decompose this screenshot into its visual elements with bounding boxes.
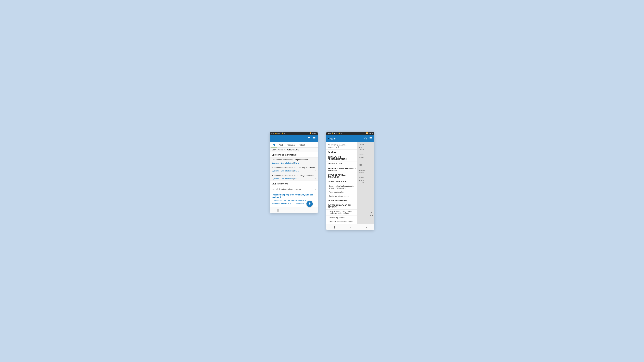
outline-heading: Outline [326, 150, 357, 155]
phone-topic: 4:47 🔒 ⊕ ≡ ↑ 🔒 ⊛ 📶 100% ‹ Topic [326, 132, 374, 230]
drug-entry-1-routes: Systemic | Oral Inhalation | Nasal › [270, 161, 318, 165]
drug-entry-2: Epinephrine (adrenaline): Pediatric drug… [270, 165, 318, 173]
prescribing-title[interactable]: Prescribing epinephrine for anaphylaxis … [272, 194, 316, 198]
section-goals[interactable]: GOALS OF ASTHMA TREATMENT [326, 173, 357, 179]
nav-back-icon-2[interactable]: ‹ [366, 226, 367, 229]
nav-menu-icon-2[interactable]: ||| [334, 226, 336, 229]
subsection-rationale[interactable]: Rationale for intermittent versus [326, 220, 357, 224]
more-button-area[interactable]: More [370, 212, 373, 216]
content-line7: edication [358, 177, 364, 179]
subsection-determining[interactable]: Determining severity [326, 216, 357, 220]
route-oral-1[interactable]: Oral Inhalation [281, 162, 293, 164]
route-oral-2[interactable]: Oral Inhalation [281, 170, 293, 172]
drug-entry-3: Epinephrine (adrenaline): Patient drug i… [270, 173, 318, 181]
signal-1: 📶 [310, 132, 312, 134]
section-categories[interactable]: CATEGORIES OF ASTHMA SEVERITY [326, 203, 357, 210]
chevron-3: › [315, 177, 316, 180]
subsection-components[interactable]: Components of asthma education and self-… [326, 184, 357, 190]
menu-icon-1[interactable] [313, 137, 316, 141]
content-line6: mptoms [358, 172, 364, 173]
status-right-2: 📶 100% [366, 132, 372, 134]
section-covid[interactable]: ADVICE RELATED TO COVID-19 PANDEMIC [326, 166, 357, 173]
phones-container: 4:47 🔒 ⊕ ≡ ↑ 🔒 ⊛ 📶 100% ‹ [270, 132, 374, 230]
menu-icon-2[interactable] [369, 137, 372, 141]
section-summary[interactable]: SUMMARY AND RECOMMENDATIONS [326, 155, 357, 161]
route-systemic-3[interactable]: Systemic [272, 178, 279, 180]
status-icons-1: 🔒 ⊕ ≡ ↑ 🔒 ⊛ [275, 132, 285, 134]
nav-bar-2: ||| ○ ‹ [326, 224, 374, 230]
drug-entry-2-routes: Systemic | Oral Inhalation | Nasal › [270, 169, 318, 173]
nav-home-icon[interactable]: ○ [294, 209, 295, 212]
drug-entry-2-title[interactable]: Epinephrine (adrenaline): Pediatric drug… [270, 165, 318, 169]
tab-adult[interactable]: Adult [277, 142, 285, 147]
content-line4: 2023. [358, 164, 362, 166]
content-line3: b [358, 162, 360, 163]
route-nasal-1[interactable]: Nasal [294, 162, 299, 164]
subsection-utility[interactable]: Utility of severity categorization befor… [326, 210, 357, 216]
status-right-1: 📶 100% [310, 132, 316, 134]
content-line1: ecomes [358, 154, 364, 156]
section-patient-ed[interactable]: PATIENT EDUCATION [326, 179, 357, 184]
dots-icon [371, 212, 372, 214]
route-oral-3[interactable]: Oral Inhalation [281, 178, 293, 180]
search-query: ADRENALINE [287, 149, 299, 151]
time-2: 4:47 [328, 132, 331, 134]
tab-patient[interactable]: Patient [297, 142, 306, 147]
status-left-2: 4:47 🔒 ⊕ ≡ ↑ 🔒 ⊛ [328, 132, 342, 134]
section-initial[interactable]: INITIAL ASSESSMENT [326, 198, 357, 203]
signal-2: 📶 [366, 132, 368, 134]
content-line5: ement are [358, 169, 365, 171]
route-systemic-1[interactable]: Systemic [272, 162, 279, 164]
nav-bar-1: ||| ○ ‹ [270, 207, 318, 213]
search-icon-1[interactable] [308, 137, 311, 141]
header-icons-1 [308, 137, 316, 141]
status-bar-2: 4:47 🔒 ⊕ ≡ ↑ 🔒 ⊛ 📶 100% [326, 132, 374, 135]
tab-pediatrics[interactable]: Pediatrics [285, 142, 297, 147]
mic-button[interactable] [306, 201, 313, 207]
back-button-1[interactable]: ‹ [272, 137, 273, 140]
topic-page: An overview of asthma management Outline… [326, 142, 374, 224]
section-intro[interactable]: INTRODUCTION [326, 161, 357, 166]
content-author3: Elizabeth [358, 149, 364, 151]
tabs-bar: All Adult Pediatrics Patient [270, 142, 318, 148]
status-icons-2: 🔒 ⊕ ≡ ↑ 🔒 ⊛ [332, 132, 342, 134]
route-systemic-2[interactable]: Systemic [272, 170, 279, 172]
subsection-triggers[interactable]: Controlling asthma triggers [326, 194, 357, 198]
status-left-1: 4:47 🔒 ⊕ ≡ ↑ 🔒 ⊛ [272, 132, 286, 134]
nav-back-icon[interactable]: ‹ [310, 209, 310, 212]
content-line8: t a person [358, 180, 365, 181]
subsection-action-plan[interactable]: Asthma action plan [326, 190, 357, 194]
outline-panel: An overview of asthma management Outline… [326, 142, 358, 224]
content-line9: d be able [358, 182, 364, 184]
drug-interactions-header: Drug Interactions [270, 181, 318, 186]
svg-line-1 [310, 139, 310, 139]
launch-interactions[interactable]: Launch drug interactions program › [270, 186, 318, 192]
content-panel: A Barrett, uce S Elizabeth ecomes comple… [358, 142, 374, 224]
article-page-title: An overview of asthma management [326, 142, 357, 150]
phone-search: 4:47 🔒 ⊕ ≡ ↑ 🔒 ⊛ 📶 100% ‹ [270, 132, 318, 213]
nav-home-icon-2[interactable]: ○ [350, 226, 352, 229]
chevron-interactions: › [315, 188, 316, 190]
nav-menu-icon[interactable]: ||| [277, 209, 279, 212]
drug-entry-3-routes: Systemic | Oral Inhalation | Nasal › [270, 177, 318, 181]
tab-all[interactable]: All [271, 142, 277, 147]
route-nasal-3[interactable]: Nasal [294, 178, 299, 180]
drug-entry-1-title[interactable]: Epinephrine (adrenaline): Drug informati… [270, 157, 318, 161]
chevron-2: › [315, 169, 316, 172]
main-drug-name: Epinephrine (adrenaline) [270, 152, 318, 157]
topic-header-icons [364, 137, 372, 141]
battery-2: 100% [368, 132, 372, 134]
status-bar-1: 4:47 🔒 ⊕ ≡ ↑ 🔒 ⊛ 📶 100% [270, 132, 318, 135]
search-results-label: Search results for ADRENALINE [270, 148, 318, 152]
route-links-2: Systemic | Oral Inhalation | Nasal [272, 170, 299, 172]
route-nasal-2[interactable]: Nasal [294, 170, 299, 172]
svg-line-8 [366, 139, 367, 139]
battery-1: 100% [312, 132, 316, 134]
drug-entry-3-title[interactable]: Epinephrine (adrenaline): Patient drug i… [270, 173, 318, 177]
search-icon-2[interactable] [364, 137, 367, 141]
content-line2: complete. [358, 157, 365, 158]
route-links-3: Systemic | Oral Inhalation | Nasal [272, 178, 299, 180]
svg-point-0 [308, 137, 310, 139]
svg-point-7 [365, 137, 366, 139]
content-panel-inner: A Barrett, uce S Elizabeth ecomes comple… [358, 142, 374, 185]
